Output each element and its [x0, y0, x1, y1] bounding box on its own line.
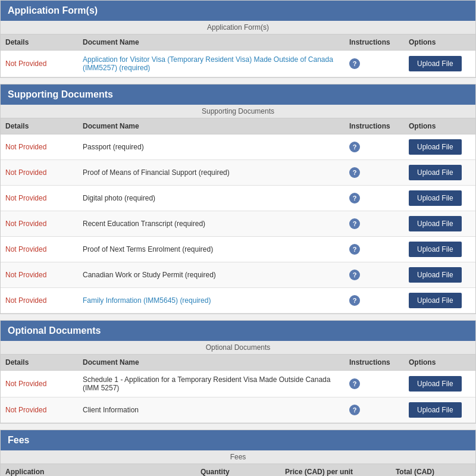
upload-file-button[interactable]: Upload File	[409, 56, 462, 71]
instructions-cell: ?	[345, 211, 404, 237]
instructions-cell: ?	[345, 237, 404, 262]
docname-cell: Family Information (IMM5645) (required)	[78, 288, 345, 314]
instructions-cell: ?	[345, 186, 404, 211]
question-icon[interactable]: ?	[349, 270, 360, 280]
details-cell: Not Provided	[1, 134, 78, 160]
instructions-cell: ?	[345, 288, 404, 314]
question-icon[interactable]: ?	[349, 142, 360, 152]
docname-cell: Passport (required)	[78, 134, 345, 160]
document-name-text: Canadian Work or Study Permit (required)	[83, 271, 216, 279]
upload-file-button[interactable]: Upload File	[409, 216, 462, 231]
application-forms-section: Application Form(s) Application Form(s) …	[0, 0, 476, 78]
table-row: Not Provided Application for Visitor Vis…	[1, 51, 475, 77]
options-cell: Upload File	[404, 397, 475, 423]
upload-file-button[interactable]: Upload File	[409, 190, 462, 206]
upload-file-button[interactable]: Upload File	[409, 242, 462, 257]
docname-cell: Proof of Means of Financial Support (req…	[78, 160, 345, 186]
col-header-details-sd: Details	[1, 118, 78, 134]
table-row: Not Provided Canadian Work or Study Perm…	[1, 262, 475, 288]
col-header-options-af: Options	[404, 35, 475, 51]
options-cell: Upload File	[404, 211, 475, 237]
options-cell: Upload File	[404, 51, 475, 77]
col-header-options-od: Options	[404, 355, 475, 371]
docname-cell: Proof of Next Terms Enrolment (required)	[78, 237, 345, 262]
details-cell: Not Provided	[1, 186, 78, 211]
table-row: Not Provided Family Information (IMM5645…	[1, 288, 475, 314]
document-name-text: Proof of Next Terms Enrolment (required)	[83, 245, 213, 253]
upload-file-button[interactable]: Upload File	[409, 293, 462, 308]
question-icon[interactable]: ?	[349, 295, 360, 306]
docname-cell: Application for Visitor Visa (Temporary …	[78, 51, 345, 77]
upload-file-button[interactable]: Upload File	[409, 139, 462, 155]
details-cell: Not Provided	[1, 262, 78, 288]
col-header-options-sd: Options	[404, 118, 475, 134]
col-header-docname-od: Document Name	[78, 355, 345, 371]
table-row: Not Provided Schedule 1 - Application fo…	[1, 371, 475, 397]
docname-cell: Digital photo (required)	[78, 186, 345, 211]
col-header-docname-af: Document Name	[78, 35, 345, 51]
upload-file-button[interactable]: Upload File	[409, 402, 462, 418]
application-forms-title: Application Form(s)	[8, 5, 98, 15]
table-row: Not Provided Client Information ? Upload…	[1, 397, 475, 423]
options-cell: Upload File	[404, 134, 475, 160]
supporting-documents-table: Details Document Name Instructions Optio…	[1, 118, 475, 314]
optional-documents-table: Details Document Name Instructions Optio…	[1, 355, 475, 423]
table-row: Not Provided Passport (required) ? Uploa…	[1, 134, 475, 160]
supporting-documents-table-title: Supporting Documents	[1, 105, 475, 118]
options-cell: Upload File	[404, 371, 475, 397]
col-header-instructions-od: Instructions	[345, 355, 404, 371]
col-header-quantity: Quantity	[196, 464, 280, 476]
upload-file-button[interactable]: Upload File	[409, 376, 462, 392]
document-name-text: Proof of Means of Financial Support (req…	[83, 168, 230, 177]
options-cell: Upload File	[404, 186, 475, 211]
instructions-cell: ?	[345, 371, 404, 397]
application-forms-header: Application Form(s)	[1, 1, 475, 21]
options-cell: Upload File	[404, 237, 475, 262]
fees-table: Application Quantity Price (CAD) per uni…	[1, 464, 475, 476]
document-link[interactable]: Family Information (IMM5645) (required)	[83, 296, 211, 305]
docname-cell: Schedule 1 - Application for a Temporary…	[78, 371, 345, 397]
options-cell: Upload File	[404, 262, 475, 288]
options-cell: Upload File	[404, 288, 475, 314]
details-cell: Not Provided	[1, 397, 78, 423]
document-link[interactable]: Application for Visitor Visa (Temporary …	[83, 55, 333, 72]
application-forms-table-title: Application Form(s)	[1, 21, 475, 35]
supporting-documents-title: Supporting Documents	[8, 89, 113, 99]
fees-section: Fees Fees Application Quantity Price (CA…	[0, 430, 476, 476]
col-header-docname-sd: Document Name	[78, 118, 345, 134]
question-icon[interactable]: ?	[349, 405, 360, 415]
question-icon[interactable]: ?	[349, 378, 360, 389]
optional-documents-header: Optional Documents	[1, 321, 475, 341]
upload-file-button[interactable]: Upload File	[409, 267, 462, 283]
document-name-text: Digital photo (required)	[83, 194, 155, 202]
document-name-text: Schedule 1 - Application for a Temporary…	[83, 375, 330, 392]
fees-header: Fees	[1, 430, 475, 450]
instructions-cell: ?	[345, 262, 404, 288]
upload-file-button[interactable]: Upload File	[409, 165, 462, 180]
application-forms-table: Details Document Name Instructions Optio…	[1, 35, 475, 77]
question-icon[interactable]: ?	[349, 218, 360, 229]
details-cell: Not Provided	[1, 237, 78, 262]
details-cell: Not Provided	[1, 288, 78, 314]
table-row: Not Provided Digital photo (required) ? …	[1, 186, 475, 211]
document-name-text: Passport (required)	[83, 143, 144, 151]
supporting-documents-header: Supporting Documents	[1, 84, 475, 105]
document-name-text: Recent Education Transcript (required)	[83, 220, 205, 228]
optional-documents-title: Optional Documents	[8, 325, 101, 336]
instructions-cell: ?	[345, 160, 404, 186]
col-header-details-od: Details	[1, 355, 78, 371]
details-cell: Not Provided	[1, 160, 78, 186]
details-cell: Not Provided	[1, 211, 78, 237]
question-icon[interactable]: ?	[349, 167, 360, 178]
table-row: Not Provided Proof of Next Terms Enrolme…	[1, 237, 475, 262]
question-icon[interactable]: ?	[349, 193, 360, 203]
instructions-cell: ?	[345, 134, 404, 160]
docname-cell: Recent Education Transcript (required)	[78, 211, 345, 237]
optional-documents-table-title: Optional Documents	[1, 341, 475, 355]
question-icon[interactable]: ?	[349, 58, 360, 69]
col-header-price: Price (CAD) per unit	[280, 464, 391, 476]
question-icon[interactable]: ?	[349, 244, 360, 255]
details-cell: Not Provided	[1, 51, 78, 77]
optional-documents-section: Optional Documents Optional Documents De…	[0, 320, 476, 424]
table-row: Not Provided Recent Education Transcript…	[1, 211, 475, 237]
